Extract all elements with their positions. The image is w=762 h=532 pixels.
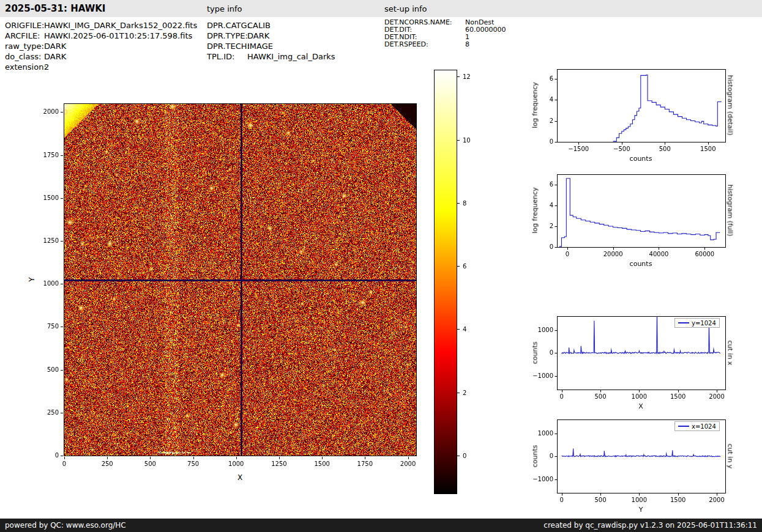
tick-mark [61,456,63,456]
tick-mark [107,457,108,459]
tick-mark [61,370,63,371]
tick-label: 750 [31,323,59,330]
type-info-block: DPR.CATG:CALIB DPR.TYPE:DARK DPR.TECH:IM… [207,20,335,62]
extension-value: 2 [44,62,49,72]
tick-mark [61,327,63,327]
dpr-catg-row: DPR.CATG:CALIB [207,20,335,31]
tpl-id-row: TPL.ID:HAWKI_img_cal_Darks [207,51,335,62]
dpr-tech-row: DPR.TECH:IMAGE [207,41,335,51]
raw-type-row: raw_type:DARK [5,41,197,51]
cut-x-x-label: X [638,402,643,410]
tick-mark [61,413,63,413]
tick-label: 1000 [228,460,244,467]
cut-y-legend: x=1024 [674,421,720,431]
cut-y-legend-label: x=1024 [692,423,716,430]
origfile-value: HAWKI_IMG_DARK_Darks152_0022.fits [44,20,197,31]
tick-label: 8 [463,199,466,206]
cut-y-y-label: counts [531,445,539,468]
cut-y-x-label: Y [639,506,643,514]
hist-detail-x-label: counts [630,155,652,163]
tick-mark [457,456,460,456]
extension-row: extension:2 [5,62,197,72]
tick-mark [457,393,460,393]
legend-line-icon [678,322,689,323]
tick-mark [61,112,63,113]
file-info-block: ORIGFILE:HAWKI_IMG_DARK_Darks152_0022.fi… [5,20,197,72]
header-bar: 2025-05-31: HAWKI type info set-up info [0,0,762,17]
cut-x-right-label: cut in x [727,341,734,366]
type-info-heading: type info [207,4,242,13]
dpr-tech-value: IMAGE [247,41,273,51]
tick-label: 1500 [31,194,59,201]
tick-label: 1500 [314,460,329,467]
tick-label: 1250 [271,460,286,467]
dpr-type-value: DARK [247,31,269,41]
cut-y-right-label: cut in y [727,444,734,469]
tick-mark [61,155,63,156]
cut-x-y-label: counts [531,342,539,364]
raw-type-label: raw_type: [5,41,44,51]
tick-mark [279,457,280,459]
do-class-row: do_class:DARK [5,51,197,62]
tick-label: 6 [463,263,466,270]
dpr-catg-label: DPR.CATG: [207,20,247,31]
tick-mark [457,140,460,141]
tick-label: 2000 [31,108,59,115]
qc-link[interactable]: powered by QC: www.eso.org/HC [5,521,126,530]
dit-value: 60.0000000 [465,26,506,34]
footer-bar: powered by QC: www.eso.org/HC created by… [0,519,762,532]
tick-label: 10 [463,136,471,143]
histogram-full-chart [526,169,738,264]
tick-mark [408,457,409,459]
tpl-id-value: HAWKI_img_cal_Darks [247,51,335,62]
cut-x-legend: y=1024 [674,318,720,328]
tick-mark [61,284,63,284]
origfile-label: ORIGFILE: [5,20,44,31]
raw-type-value: DARK [44,41,66,51]
rspeed-value: 8 [465,41,469,48]
tick-label: 500 [144,460,156,467]
do-class-label: do_class: [5,51,44,62]
tick-mark [61,241,63,242]
dpr-tech-label: DPR.TECH: [207,41,247,51]
tick-label: 0 [463,453,466,459]
rspeed-row: DET.RSPEED:8 [384,41,506,48]
arcfile-row: ARCFILE:HAWKI.2025-06-01T10:25:17.598.fi… [5,31,197,41]
tick-mark [457,203,460,204]
hist-detail-y-label: log frequency [531,82,539,128]
legend-line-icon [678,426,689,427]
dpr-type-label: DPR.TYPE: [207,31,247,41]
origfile-row: ORIGFILE:HAWKI_IMG_DARK_Darks152_0022.fi… [5,20,197,31]
main-x-axis-label: X [237,473,242,482]
rspeed-label: DET.RSPEED: [384,41,465,48]
tick-mark [322,457,323,459]
qc-report-page: 2025-05-31: HAWKI type info set-up info … [0,0,762,532]
tick-label: 1750 [31,152,59,158]
tick-label: 250 [102,460,113,467]
created-by-text: created by qc_rawdisp.py v1.2.3 on 2025-… [543,521,757,530]
tick-label: 2 [463,389,466,396]
extension-label: extension: [5,62,44,72]
tick-label: 250 [31,409,59,416]
histogram-detail-chart [526,64,738,159]
hist-full-y-label: log frequency [531,187,539,233]
tick-label: 750 [187,460,199,467]
tick-mark [457,76,460,77]
arcfile-value: HAWKI.2025-06-01T10:25:17.598.fits [44,31,192,41]
tick-label: 12 [463,73,471,80]
hist-full-x-label: counts [630,260,652,268]
tick-label: 0 [31,452,59,459]
tick-label: 2000 [400,460,416,467]
hist-detail-right-label: histogram (detail) [727,75,734,136]
dpr-catg-value: CALIB [247,20,271,31]
arcfile-label: ARCFILE: [5,31,44,41]
dark-frame-image [64,103,417,456]
tick-label: 4 [463,326,466,333]
colorbar [434,70,457,494]
page-title: 2025-05-31: HAWKI [5,3,105,14]
tpl-id-label: TPL.ID: [207,51,247,62]
setup-info-block: DET.NCORRS.NAME:NonDest DET.DIT:60.00000… [384,19,506,48]
tick-mark [150,457,151,459]
tick-mark [457,329,460,330]
tick-mark [193,457,194,459]
